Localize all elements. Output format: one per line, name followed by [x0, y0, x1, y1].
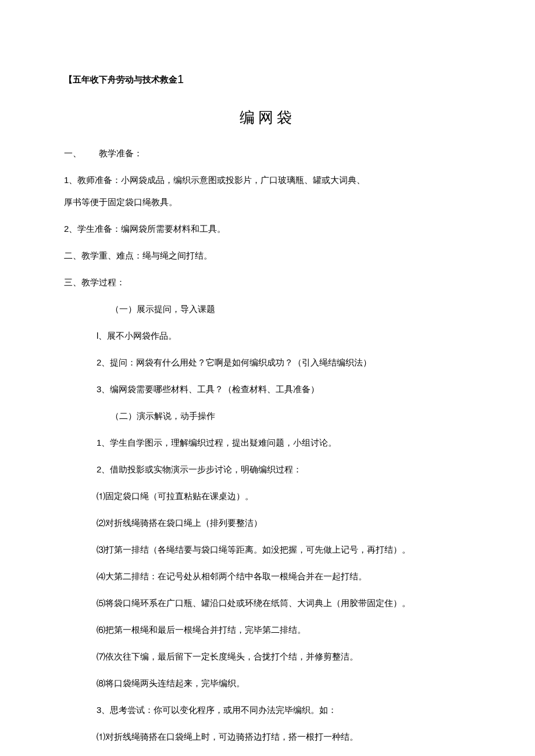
section-heading-2: 二、教学重、难点：绳与绳之间打结。 — [64, 249, 471, 263]
text: 、学生准备：编网袋所需要材料和工具。 — [69, 224, 226, 234]
step-7: ⑺依次往下编，最后留下一定长度绳头，合拢打个结，并修剪整洁。 — [64, 650, 471, 664]
variant-1: ⑴对折线绳骑搭在口袋绳上时，可边骑搭边打结，搭一根打一种结。 — [64, 730, 471, 744]
student-prep-line: 2、学生准备：编网袋所需要材料和工具。 — [64, 222, 471, 236]
header-prefix: 【五年收下舟劳动与技术救金 — [64, 75, 177, 84]
step-4: ⑷大第二排结：在记号处从相邻两个结中各取一根绳合并在一起打结。 — [64, 569, 471, 583]
teacher-prep-line2: 厚书等便于固定袋口绳教具。 — [64, 195, 471, 209]
document-page: 【五年收下舟劳动与技术救金1 编网袋 一、 教学准备： 1、教师准备：小网袋成品… — [0, 0, 535, 756]
step-3: ⑶打第一排结（各绳结要与袋口绳等距离。如没把握，可先做上记号，再打结）。 — [64, 543, 471, 557]
item-1: l、展不小网袋作品。 — [64, 329, 471, 343]
text: 、编网袋需要哪些材料、工具？（检查材料、工具准备） — [101, 385, 319, 394]
text: 、展不小网袋作品。 — [98, 331, 177, 341]
section-heading-1: 一、 教学准备： — [64, 146, 471, 160]
text: 、学生自学图示，理解编织过程，提出疑难问题，小组讨论。 — [101, 438, 337, 447]
subsection-2: （二）演示解说，动手操作 — [64, 409, 471, 423]
document-header: 【五年收下舟劳动与技术救金1 — [64, 70, 471, 88]
step-6: ⑹把第一根绳和最后一根绳合并打结，完毕第二排结。 — [64, 623, 471, 637]
step-1: ⑴固定袋口绳（可拉直粘贴在课桌边）。 — [64, 489, 471, 503]
method-3: 3、思考尝试：你可以变化程序，或用不同办法完毕编织。如： — [64, 703, 471, 717]
step-2: ⑵对折线绳骑搭在袋口绳上（排列要整洁） — [64, 516, 471, 530]
item-2: 2、提问：网袋有什么用处？它啊是如何编织成功？（引入绳结编织法） — [64, 356, 471, 370]
text: 、借助投影或实物演示一步步讨论，明确编织过程： — [101, 465, 302, 474]
text: 、教师准备：小网袋成品，编织示意图或投影片，广口玻璃瓶、罐或大词典、 — [69, 175, 365, 185]
method-1: 1、学生自学图示，理解编织过程，提出疑难问题，小组讨论。 — [64, 436, 471, 450]
header-number: 1 — [177, 73, 184, 85]
document-title: 编网袋 — [64, 106, 471, 130]
subsection-1: （一）展示提问，导入课题 — [64, 302, 471, 316]
section-heading-3: 三、教学过程： — [64, 275, 471, 289]
text: 、思考尝试：你可以变化程序，或用不同办法完毕编织。如： — [101, 705, 337, 715]
teacher-prep-line1: 1、教师准备：小网袋成品，编织示意图或投影片，广口玻璃瓶、罐或大词典、 — [64, 173, 471, 187]
step-5: ⑸将袋口绳环系在广口瓶、罐沿口处或环绕在纸筒、大词典上（用胶带固定住）。 — [64, 596, 471, 610]
item-3: 3、编网袋需要哪些材料、工具？（检查材料、工具准备） — [64, 382, 471, 396]
step-8: ⑻将口袋绳两头连结起来，完毕编织。 — [64, 676, 471, 690]
text: 、提问：网袋有什么用处？它啊是如何编织成功？（引入绳结编织法） — [101, 358, 372, 367]
method-2: 2、借助投影或实物演示一步步讨论，明确编织过程： — [64, 463, 471, 476]
